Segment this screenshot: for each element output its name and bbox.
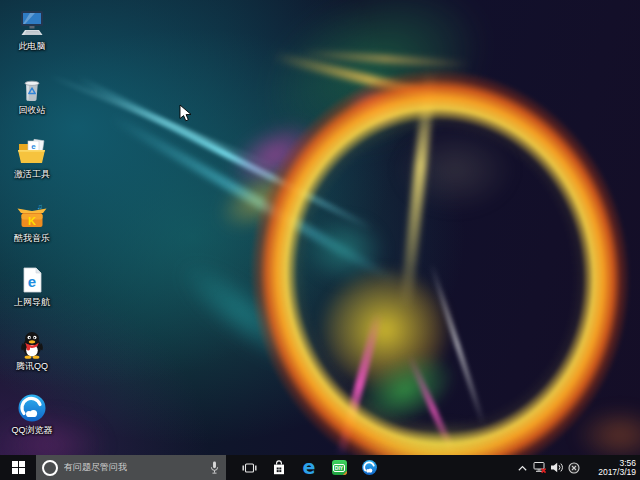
wallpaper-layer xyxy=(48,73,282,171)
desktop-icon-web-navigation[interactable]: e 上网导航 xyxy=(2,264,62,322)
desktop-icon-label: QQ浏览器 xyxy=(11,425,52,435)
tray-volume-icon[interactable] xyxy=(548,455,565,480)
tray-expand-chevron[interactable] xyxy=(514,455,531,480)
circle-x-icon xyxy=(568,462,580,474)
task-view-icon xyxy=(242,461,257,475)
task-view-button[interactable] xyxy=(234,455,264,480)
search-box[interactable]: 有问题尽管问我 xyxy=(36,455,226,480)
desktop-icon-label: 激活工具 xyxy=(14,169,50,179)
ie-glyph: e xyxy=(31,142,36,151)
nav-e-glyph: e xyxy=(28,273,36,290)
microphone-icon[interactable] xyxy=(209,460,220,476)
wallpaper-layer xyxy=(335,80,415,135)
qq-browser-taskbar-icon xyxy=(361,459,378,476)
desktop-icon-label: 回收站 xyxy=(19,105,46,115)
kuwo-k-glyph: K xyxy=(28,215,36,227)
wallpaper-layer xyxy=(406,354,461,455)
wallpaper xyxy=(0,0,640,455)
this-pc-icon xyxy=(16,8,48,40)
recycle-bin-icon xyxy=(16,72,48,104)
network-disconnected-icon xyxy=(533,461,547,474)
clock-date: 2017/3/19 xyxy=(582,468,636,477)
wallpaper-layer xyxy=(429,263,486,426)
tray-network-icon[interactable] xyxy=(531,455,548,480)
wallpaper-layer xyxy=(186,139,334,262)
wallpaper-layer xyxy=(76,75,373,231)
taskbar-edge-button[interactable]: e xyxy=(294,455,324,480)
wallpaper-layer xyxy=(320,415,550,455)
wallpaper-layer xyxy=(318,318,492,455)
start-button[interactable] xyxy=(0,455,36,480)
taskbar-diy-button[interactable]: DIY xyxy=(324,455,354,480)
wallpaper-layer xyxy=(285,200,405,300)
wallpaper-layer xyxy=(336,311,384,455)
wallpaper-layer xyxy=(272,51,468,109)
music-note-glyph: ♫ xyxy=(37,202,43,211)
edge-icon: e xyxy=(303,458,316,477)
desktop-icon-label: 此电脑 xyxy=(19,41,46,51)
diy-tool-icon: DIY xyxy=(332,460,347,475)
taskbar: 有问题尽管问我 xyxy=(0,455,640,480)
desktop-icon-recycle-bin[interactable]: 回收站 xyxy=(2,72,62,130)
taskbar-qq-browser-button[interactable] xyxy=(354,455,384,480)
diy-label: DIY xyxy=(333,464,345,472)
wallpaper-layer xyxy=(180,0,571,238)
tray-circle-x-icon[interactable] xyxy=(565,455,582,480)
desktop-icon-label: 上网导航 xyxy=(14,297,50,307)
web-navigation-icon: e xyxy=(16,264,48,296)
desktop-icon-this-pc[interactable]: 此电脑 xyxy=(2,8,62,66)
search-placeholder: 有问题尽管问我 xyxy=(64,461,203,474)
activation-tool-icon: e xyxy=(16,136,48,168)
desktop-icon-tencent-qq[interactable]: 腾讯QQ xyxy=(2,328,62,386)
cortana-icon xyxy=(42,460,58,476)
wallpaper-layer xyxy=(555,395,640,455)
chevron-up-icon xyxy=(517,464,528,472)
wallpaper-ring xyxy=(224,44,640,455)
desktop-icon-kuwo-music[interactable]: K ♫ 酷我音乐 xyxy=(2,200,62,258)
qq-browser-icon xyxy=(16,392,48,424)
mouse-cursor xyxy=(179,104,192,123)
taskbar-clock[interactable]: 3:56 2017/3/19 xyxy=(582,459,640,477)
volume-icon xyxy=(550,461,564,474)
desktop-icon-label: 腾讯QQ xyxy=(16,361,48,371)
windows-logo-icon xyxy=(12,461,25,474)
wallpaper-layer xyxy=(370,110,540,230)
store-icon xyxy=(272,460,286,476)
system-tray: 3:56 2017/3/19 xyxy=(514,455,640,480)
wallpaper-layer xyxy=(133,217,357,414)
tencent-qq-icon xyxy=(16,328,48,360)
desktop-icon-label: 酷我音乐 xyxy=(14,233,50,243)
kuwo-music-icon: K ♫ xyxy=(16,200,48,232)
wallpaper-layer xyxy=(295,245,475,415)
wallpaper-layer xyxy=(399,70,436,310)
desktop-screen: 此电脑 回收站 e 激活工具 K xyxy=(0,0,640,480)
desktop-icon-qq-browser[interactable]: QQ浏览器 xyxy=(2,392,62,450)
desktop-icon-activation-tool[interactable]: e 激活工具 xyxy=(2,136,62,194)
taskbar-store-button[interactable] xyxy=(264,455,294,480)
wallpaper-layer xyxy=(300,49,470,69)
wallpaper-layer xyxy=(194,87,355,223)
wallpaper-layer xyxy=(110,113,401,287)
